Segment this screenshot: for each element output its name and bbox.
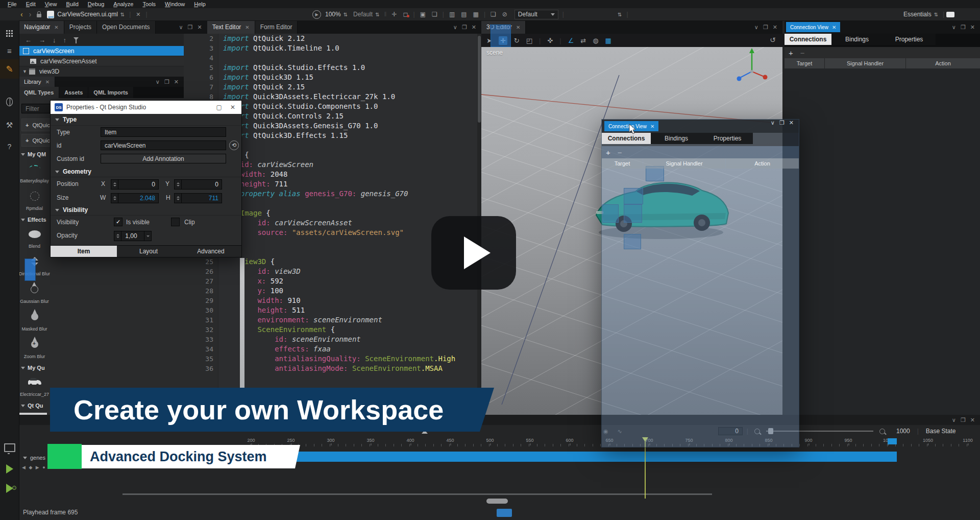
design-mode-icon[interactable]: ✎ [0, 59, 19, 79]
close-icon[interactable]: ✕ [773, 24, 777, 31]
library-item[interactable]: Zoom Blur [19, 335, 50, 360]
maximize-icon[interactable]: ▢ [216, 104, 222, 111]
kit-selector-icon[interactable] [0, 439, 19, 456]
debug-run-button[interactable] [0, 480, 19, 497]
tab-qml-types[interactable]: QML Types [19, 87, 59, 98]
zoom-spinner[interactable]: ⇅ [344, 12, 348, 17]
section-header[interactable]: Effects [19, 215, 50, 225]
close-icon[interactable]: ✕ [970, 417, 975, 423]
size-w-stepper[interactable]: 2.048 [111, 193, 159, 203]
section-geometry[interactable]: Geometry [51, 167, 241, 177]
popout-icon[interactable]: ❐ [188, 24, 193, 31]
popout-icon[interactable]: ❐ [164, 79, 169, 85]
filter-icon[interactable] [74, 37, 79, 43]
section-header[interactable]: Qt Qu [19, 400, 50, 411]
add-annotation-button[interactable]: Add Annotation [101, 154, 226, 163]
column-signal-handler[interactable]: Signal Handler [643, 158, 725, 169]
welcome-mode-icon[interactable] [0, 25, 19, 42]
menu-item[interactable]: Debug [83, 0, 109, 8]
tab-projects[interactable]: Projects [64, 20, 97, 34]
add-connection-button[interactable]: + [789, 49, 793, 57]
reset-view-icon[interactable]: ↺ [770, 36, 776, 44]
section-header[interactable]: My Qu [19, 363, 50, 373]
column-target[interactable]: Target [785, 58, 824, 68]
chevron-down-icon[interactable]: ∨ [754, 24, 758, 31]
opacity-stepper[interactable]: 1,00 [114, 231, 152, 241]
misc-spinner[interactable]: ⇅ [618, 12, 622, 17]
disable-icon[interactable]: ⊘ [502, 11, 507, 18]
reset-id-button[interactable]: ⟲ [229, 140, 239, 150]
connection-table-body[interactable] [785, 68, 980, 415]
selection-frame-icon[interactable]: ◻ [403, 11, 408, 18]
dialog-titlebar[interactable]: DS Properties - Qt Design Studio ▢ ✕ [51, 101, 241, 114]
preview-play-icon[interactable]: ▶ [312, 10, 321, 19]
new-frame-icon[interactable]: ❏ [432, 11, 437, 18]
theme-dropdown[interactable]: Default [514, 10, 558, 19]
style-selector[interactable]: Default [353, 11, 373, 18]
menu-item[interactable]: Build [61, 0, 83, 8]
library-item[interactable]: Masked Blur [19, 308, 50, 332]
chevron-down-icon[interactable]: ∨ [952, 24, 956, 31]
library-item[interactable]: Rpmdial [19, 187, 50, 211]
column-target[interactable]: Target [602, 158, 643, 169]
library-item[interactable]: Gaussian Blur [19, 280, 50, 304]
style-spinner[interactable]: ⇅ [375, 12, 379, 17]
debug-mode-icon[interactable] [0, 93, 19, 110]
lock-icon[interactable] [37, 14, 41, 17]
library-item[interactable]: Batterydisplay [19, 159, 50, 184]
viewport-tool-icon[interactable]: ✜ [547, 37, 553, 44]
help-icon[interactable]: ? [0, 138, 19, 155]
position-x-stepper[interactable]: 0 [111, 179, 159, 190]
tab-connection-view[interactable]: Connection View✕ [786, 22, 840, 32]
bounds-icon[interactable]: ▣ [420, 11, 426, 18]
tab-navigator[interactable]: Navigator✕ [19, 20, 64, 34]
state-selector[interactable]: Base State [926, 428, 956, 435]
tab-connections[interactable]: Connections [785, 34, 831, 45]
back-button[interactable]: ‹ [20, 10, 23, 18]
section-header[interactable]: My QM [19, 149, 50, 159]
menu-item[interactable]: File [3, 0, 21, 8]
edit-mode-icon[interactable]: ≡ [0, 42, 19, 59]
popout-icon[interactable]: ❐ [763, 24, 768, 31]
opacity-dropdown[interactable] [144, 231, 151, 241]
menu-item[interactable]: Window [160, 0, 189, 8]
move-left-icon[interactable]: ← [25, 36, 32, 44]
chevron-down-icon[interactable]: ∨ [453, 24, 457, 31]
feedback-icon[interactable] [946, 12, 954, 17]
scroll-handle[interactable] [486, 499, 508, 504]
run-button[interactable] [0, 460, 19, 478]
close-icon[interactable]: ✕ [789, 120, 794, 126]
video-play-button[interactable] [431, 216, 516, 290]
tree-row-carviewscreen[interactable]: carViewScreen [19, 46, 184, 56]
popout-icon[interactable]: ❐ [462, 24, 467, 31]
viewport-tool-icon[interactable]: ↻ [514, 37, 520, 44]
viewport-tool-icon[interactable]: ∠ [568, 37, 574, 44]
tab-layout[interactable]: Layout [117, 246, 180, 257]
tab-advanced[interactable]: Advanced [180, 246, 241, 257]
floating-connection-view[interactable]: Connection View✕ ∨❐✕ Connections Binding… [601, 119, 799, 447]
section-type[interactable]: Type [51, 114, 241, 126]
chevron-down-icon[interactable]: ∨ [179, 24, 183, 31]
tab-properties[interactable]: Properties [883, 34, 936, 45]
column-action[interactable]: Action [726, 158, 799, 169]
remove-connection-button[interactable]: − [800, 49, 805, 57]
column-action[interactable]: Action [906, 58, 980, 68]
chevron-down-icon[interactable]: ∨ [952, 417, 956, 423]
move-up-icon[interactable]: ↑ [63, 36, 67, 44]
end-frame-value[interactable]: 1000 [896, 428, 910, 435]
move-right-icon[interactable]: → [39, 36, 45, 44]
export-icon[interactable]: ❏ [491, 11, 496, 18]
popout-icon[interactable]: ❐ [779, 120, 785, 126]
viewport-tool-icon[interactable]: ▦ [605, 37, 611, 44]
column-signal-handler[interactable]: Signal Handler [825, 58, 905, 68]
is-visible-checkbox[interactable]: ✓ [114, 218, 122, 226]
timeline-hscrollbar[interactable] [122, 493, 712, 495]
chevron-down-icon[interactable]: ∨ [156, 79, 160, 85]
type-input[interactable]: Item [101, 127, 226, 137]
tab-text-editor[interactable]: Text Editor✕ [207, 20, 255, 34]
close-icon[interactable]: ✕ [174, 79, 179, 85]
viewport-tool-icon[interactable]: | [559, 37, 561, 44]
tools-icon[interactable]: ⚒ [0, 116, 19, 134]
menu-item[interactable]: Tools [138, 0, 160, 8]
tab-open-documents[interactable]: Open Documents [97, 20, 155, 34]
